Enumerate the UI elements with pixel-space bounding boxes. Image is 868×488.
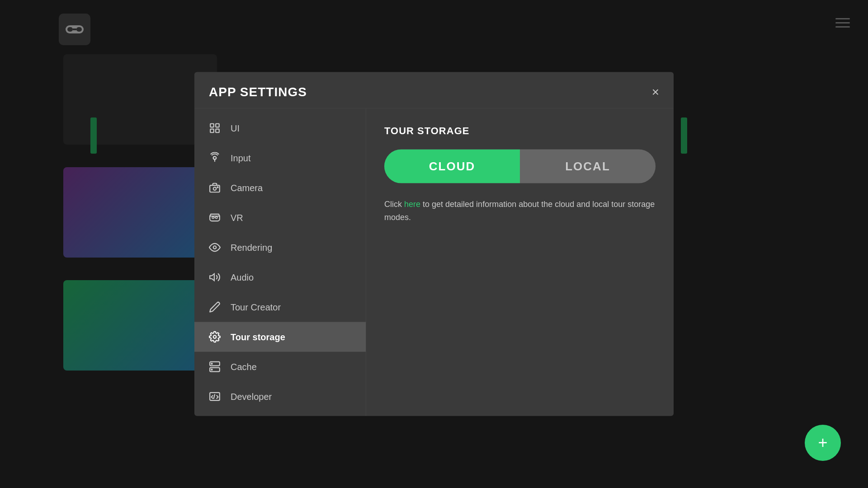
pencil-icon [208,300,222,314]
info-text-before: Click [384,200,404,209]
sidebar-item-input-label: Input [231,153,250,163]
sidebar-item-input[interactable]: Input [194,143,366,173]
grid-svg [209,122,221,134]
gear-svg [209,331,221,343]
sidebar-item-tour-creator-label: Tour Creator [231,302,281,312]
modal-content-area: TOUR STORAGE CLOUD LOCAL Click here to g… [366,109,674,416]
eye-svg [209,242,221,253]
here-link[interactable]: here [404,200,420,209]
audio-svg [209,272,221,283]
sidebar-item-cache[interactable]: Cache [194,352,366,382]
close-button[interactable]: × [652,86,659,99]
sidebar-item-camera[interactable]: Camera [194,173,366,203]
app-settings-modal: APP SETTINGS × UI [194,72,674,416]
svg-rect-5 [216,124,219,127]
cache-icon [208,360,222,374]
sidebar-item-audio[interactable]: Audio [194,263,366,292]
sidebar-item-vr-label: VR [231,212,243,223]
sidebar-item-rendering-label: Rendering [231,242,272,253]
sidebar-item-developer[interactable]: Developer [194,382,366,412]
svg-rect-9 [210,185,220,192]
svg-point-10 [213,187,217,190]
info-text: Click here to get detailed information a… [384,198,656,224]
svg-point-20 [211,369,212,370]
svg-rect-4 [210,124,214,127]
modal-header: APP SETTINGS × [194,72,674,109]
eye-icon [208,241,222,254]
svg-point-13 [216,216,217,218]
sidebar-item-tour-storage[interactable]: Tour storage [194,322,366,352]
developer-icon [208,390,222,404]
svg-marker-15 [210,274,214,281]
grid-icon [208,122,222,135]
vr-svg [209,212,221,224]
info-text-after: to get detailed information about the cl… [384,200,655,222]
sidebar-item-ui[interactable]: UI [194,113,366,143]
sidebar-item-cache-label: Cache [231,361,257,372]
vr-icon [208,211,222,225]
svg-rect-7 [216,129,219,133]
cloud-toggle-button[interactable]: CLOUD [384,150,520,183]
camera-svg [209,182,221,194]
fingerprint-icon [208,151,222,165]
sidebar-item-tour-storage-label: Tour storage [231,332,285,342]
svg-point-14 [213,246,217,249]
fab-plus-icon: + [818,433,827,452]
gear-icon [208,330,222,344]
modal-body: UI Input [194,109,674,416]
section-title: TOUR STORAGE [384,125,656,137]
sidebar-item-vr[interactable]: VR [194,203,366,233]
svg-point-11 [217,187,218,188]
local-toggle-button[interactable]: LOCAL [520,150,656,183]
modal-title: APP SETTINGS [209,85,307,99]
camera-icon [208,181,222,195]
sidebar-item-developer-label: Developer [231,391,272,402]
modal-sidebar: UI Input [194,109,366,416]
fab-add-button[interactable]: + [805,425,841,461]
svg-point-19 [211,363,212,364]
pencil-svg [209,301,221,313]
sidebar-item-tour-creator[interactable]: Tour Creator [194,292,366,322]
fingerprint-svg [209,152,221,164]
sidebar-item-rendering[interactable]: Rendering [194,233,366,263]
svg-point-16 [213,335,217,338]
sidebar-item-ui-label: UI [231,123,240,133]
storage-toggle-group: CLOUD LOCAL [384,150,656,183]
svg-point-12 [212,216,214,218]
sidebar-item-audio-label: Audio [231,272,254,282]
sidebar-item-camera-label: Camera [231,183,263,193]
audio-icon [208,271,222,284]
cache-svg [209,361,221,373]
svg-rect-6 [210,129,214,133]
developer-svg [209,391,221,403]
